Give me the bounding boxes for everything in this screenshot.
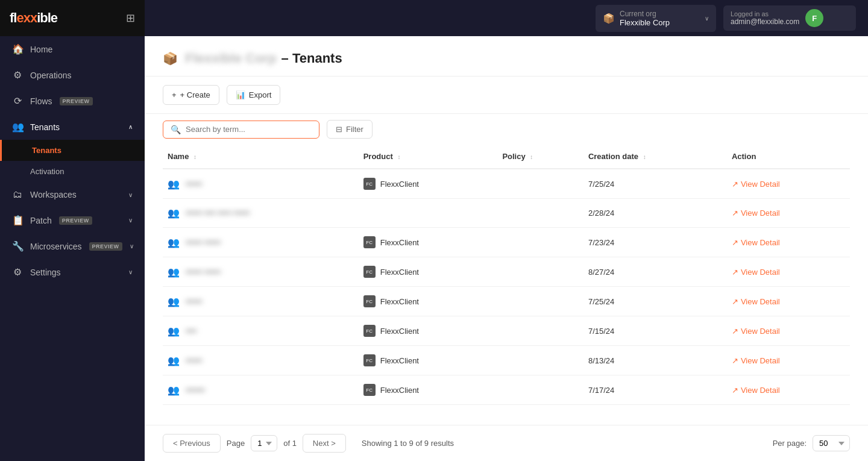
export-icon: 📊 [236,90,245,99]
search-box[interactable]: 🔍 [163,121,319,139]
sidebar-subitem-tenants[interactable]: Tenants [0,140,145,161]
tenant-icon: 👥 [168,178,180,190]
product-icon: FC [363,236,376,248]
page-title-org: Flexxible Corp [185,51,277,66]
sidebar: flexxible ⊞ 🏠 Home ⚙ Operations ⟳ Flows … [0,0,145,461]
create-button[interactable]: + + Create [163,85,219,105]
tenant-product-cell: FC FlexxClient [359,375,498,405]
tenant-policy-cell [497,257,583,287]
table-row: 👥 •••••• FC FlexxClient 8/13/24 ↗ View D… [163,346,850,375]
filter-label: Filter [346,125,363,134]
org-line1: Current org [620,10,700,18]
view-detail-label: View Detail [741,327,780,336]
product-icon: FC [363,178,376,190]
product-icon: FC [363,384,376,396]
sidebar-subitem-label: Activation [30,167,64,176]
tenant-name: •••••• •••••• [186,268,221,277]
external-link-icon: ↗ [732,327,738,336]
create-label: + Create [180,90,210,99]
col-creation-date[interactable]: Creation date ↕ [583,145,727,169]
sidebar-subitem-label: Tenants [32,146,61,155]
sidebar-item-label: Workspaces [30,190,77,199]
tenant-action-cell[interactable]: ↗ View Detail [727,228,850,257]
tenant-name: ••••••• [186,386,205,395]
tenant-product-cell: FC FlexxClient [359,228,498,257]
patch-preview-badge: PREVIEW [59,216,92,225]
view-detail-link[interactable]: ↗ View Detail [732,238,845,247]
table-row: 👥 •••• FC FlexxClient 7/15/24 ↗ View Det… [163,316,850,346]
sidebar-item-tenants[interactable]: 👥 Tenants ∧ [0,114,145,140]
sidebar-item-settings[interactable]: ⚙ Settings ∨ [0,259,145,285]
per-page-select[interactable]: 50 25 100 [813,435,850,451]
sidebar-item-microservices[interactable]: 🔧 Microservices PREVIEW ∨ [0,233,145,259]
flows-icon: ⟳ [12,95,23,107]
microservices-preview-badge: PREVIEW [89,242,122,251]
export-button[interactable]: 📊 Export [227,85,281,105]
tenant-date-cell: 7/25/24 [583,287,727,316]
tenant-name-cell: 👥 •••••• •••• ••••• •••••• [163,199,359,228]
filter-button[interactable]: ⊟ Filter [327,120,373,139]
product-name: FlexxClient [380,180,419,189]
table-row: 👥 •••••• •••••• FC FlexxClient 8/27/24 ↗… [163,257,850,287]
tenants-chevron-icon: ∧ [128,124,133,130]
view-detail-label: View Detail [741,356,780,365]
external-link-icon: ↗ [732,238,738,247]
table-row: 👥 •••••• FC FlexxClient 7/25/24 ↗ View D… [163,287,850,316]
sidebar-item-operations[interactable]: ⚙ Operations [0,62,145,88]
col-name[interactable]: Name ↕ [163,145,359,169]
col-product[interactable]: Product ↕ [359,145,498,169]
user-line1: Logged in as [731,10,799,17]
grid-icon[interactable]: ⊞ [126,11,135,25]
sidebar-item-flows[interactable]: ⟳ Flows PREVIEW [0,88,145,114]
tenant-date-cell: 7/15/24 [583,316,727,346]
user-selector[interactable]: Logged in as admin@flexxible.com F [723,5,856,31]
col-action: Action [727,145,850,169]
tenant-product-cell: FC FlexxClient [359,169,498,199]
tenant-policy-cell [497,199,583,228]
org-chevron-icon: ∨ [705,15,709,22]
topbar: 📦 Current org Flexxible Corp ∨ Logged in… [145,0,868,36]
tenant-action-cell[interactable]: ↗ View Detail [727,287,850,316]
tenant-name: •••• [186,327,197,336]
view-detail-label: View Detail [741,268,780,277]
org-selector[interactable]: 📦 Current org Flexxible Corp ∨ [596,5,716,32]
prev-button[interactable]: < Previous [163,434,221,453]
export-label: Export [249,90,272,99]
tenant-action-cell[interactable]: ↗ View Detail [727,169,850,199]
view-detail-link[interactable]: ↗ View Detail [732,297,845,306]
sidebar-item-home[interactable]: 🏠 Home [0,36,145,62]
col-policy[interactable]: Policy ↕ [497,145,583,169]
view-detail-link[interactable]: ↗ View Detail [732,209,845,218]
view-detail-link[interactable]: ↗ View Detail [732,180,845,189]
name-sort-icon: ↕ [193,154,197,160]
tenant-action-cell[interactable]: ↗ View Detail [727,375,850,405]
tenant-name-cell: 👥 •••••• [163,346,359,375]
search-input[interactable] [186,125,312,134]
product-icon: FC [363,325,376,337]
plus-icon: + [172,90,177,99]
product-name: FlexxClient [380,327,419,336]
page-select[interactable]: 1 [251,435,277,451]
view-detail-link[interactable]: ↗ View Detail [732,356,845,365]
sidebar-item-workspaces[interactable]: 🗂 Workspaces ∨ [0,182,145,207]
view-detail-link[interactable]: ↗ View Detail [732,327,845,336]
tenant-product-cell: FC FlexxClient [359,257,498,287]
view-detail-link[interactable]: ↗ View Detail [732,268,845,277]
tenant-product-cell: FC FlexxClient [359,346,498,375]
view-detail-link[interactable]: ↗ View Detail [732,386,845,395]
external-link-icon: ↗ [732,297,738,306]
next-button[interactable]: Next > [303,434,346,453]
tenant-name: •••••• [186,356,202,365]
tenant-action-cell[interactable]: ↗ View Detail [727,346,850,375]
tenant-action-cell[interactable]: ↗ View Detail [727,257,850,287]
main-area: 📦 Current org Flexxible Corp ∨ Logged in… [145,0,868,461]
tenant-action-cell[interactable]: ↗ View Detail [727,316,850,346]
results-info: Showing 1 to 9 of 9 results [362,439,454,448]
tenant-icon: 👥 [168,207,180,219]
sidebar-item-patch[interactable]: 📋 Patch PREVIEW ∨ [0,207,145,233]
patch-chevron-icon: ∨ [128,217,133,224]
sidebar-subitem-activation[interactable]: Activation [0,161,145,182]
tenant-name-cell: 👥 •••••• •••••• [163,257,359,287]
tenant-name: •••••• [186,297,202,306]
tenant-action-cell[interactable]: ↗ View Detail [727,199,850,228]
